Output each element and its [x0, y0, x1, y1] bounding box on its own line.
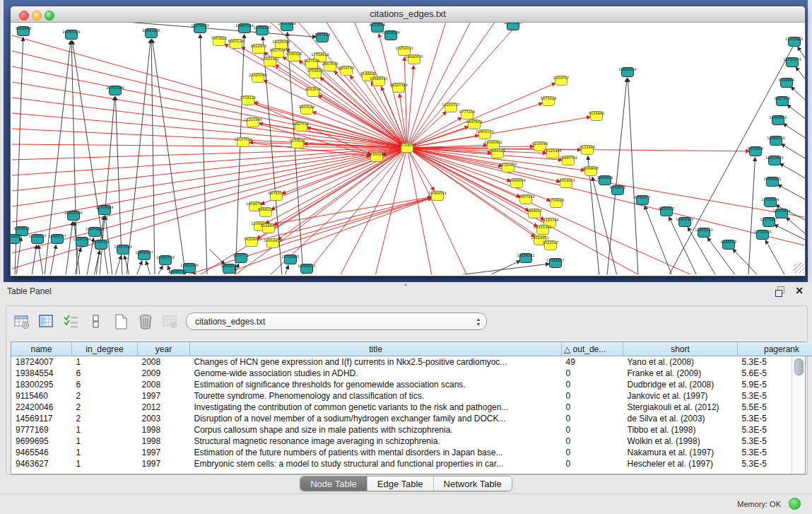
citation-edge-red[interactable]	[404, 57, 407, 148]
graph-node-14138141[interactable]: 14138141	[517, 253, 534, 263]
graph-node-20053346[interactable]: 20053346	[106, 86, 124, 95]
table-cell[interactable]: Stergiakouli et al. (2012)	[623, 402, 738, 413]
citation-edge-black[interactable]	[787, 105, 805, 119]
graph-node-7625402[interactable]: 7625402	[244, 237, 259, 247]
table-cell[interactable]: Jankovic et al. (1997)	[623, 390, 738, 402]
table-cell[interactable]: 9699695	[11, 436, 72, 447]
table-cell[interactable]: 2	[72, 402, 138, 413]
table-cell[interactable]: 9777169	[11, 424, 72, 436]
graph-node-8960128[interactable]: 8960128	[228, 39, 244, 49]
table-scrollbar-thumb[interactable]	[794, 358, 804, 375]
citation-edge-red[interactable]	[260, 197, 431, 226]
graph-node-8186328[interactable]: 8186328	[286, 52, 302, 62]
graph-node-9227343[interactable]: 9227343	[775, 96, 790, 106]
citation-edge-red[interactable]	[407, 66, 413, 148]
table-cell[interactable]: 18724007	[11, 356, 72, 368]
citation-edge-black[interactable]	[38, 245, 43, 274]
graph-node-11545194[interactable]: 11545194	[73, 237, 90, 247]
table-row[interactable]: 1830029562008Estimation of significance …	[11, 379, 812, 390]
table-cell[interactable]: Investigating the contribution of common…	[190, 402, 562, 413]
graph-node-16543382[interactable]: 16543382	[261, 57, 278, 66]
citation-edge-black[interactable]	[235, 35, 245, 274]
table-cell[interactable]: 0	[562, 436, 623, 447]
citation-edge-black[interactable]	[152, 40, 186, 274]
citation-edge-black[interactable]	[792, 87, 805, 101]
table-cell[interactable]: 2	[72, 390, 138, 402]
graph-node-12213349[interactable]: 12213349	[244, 117, 261, 127]
graph-node-18300295[interactable]: 18300295	[367, 152, 385, 162]
column-header-out_de[interactable]: △ out_de...	[562, 342, 623, 356]
citation-edge-red[interactable]	[407, 148, 544, 220]
graph-node-17016504[interactable]: 17016504	[761, 197, 779, 207]
citation-edge-red[interactable]	[184, 198, 431, 274]
table-cell[interactable]: 1	[72, 458, 138, 469]
citation-edge-red[interactable]	[12, 66, 407, 148]
table-cell[interactable]: Wolkin et al. (1998)	[623, 436, 738, 447]
tab-edge-table[interactable]: Edge Table	[367, 477, 434, 491]
table-cell[interactable]: Genome-wide association studies in ADHD.	[190, 368, 562, 379]
table-cell[interactable]: 1998	[138, 424, 190, 436]
select-columns-button[interactable]	[60, 312, 82, 334]
graph-node-9329966[interactable]: 9329966	[779, 78, 794, 88]
table-cell[interactable]: 1997	[138, 390, 190, 402]
graph-node-10688609[interactable]: 10688609	[507, 178, 525, 188]
citation-edge-black[interactable]	[780, 164, 805, 179]
citation-edge-black[interactable]	[66, 222, 73, 274]
graph-node-16648784[interactable]: 16648784	[618, 67, 636, 77]
table-cell[interactable]: 9115460	[11, 390, 72, 402]
graph-node-11123421[interactable]: 11123421	[785, 37, 803, 47]
graph-node-16904321[interactable]: 16904321	[676, 217, 693, 227]
graph-node-24055724[interactable]: 24055724	[62, 30, 80, 40]
citation-edge-black[interactable]	[194, 273, 196, 274]
graph-node-16782759[interactable]: 16782759	[156, 255, 174, 265]
table-cell[interactable]: Embryonic stem cells: a model to study s…	[190, 458, 562, 469]
graph-node-18220343[interactable]: 18220343	[389, 83, 407, 93]
table-cell[interactable]: 0	[562, 402, 623, 413]
table-cell[interactable]: 0	[562, 413, 623, 424]
graph-node-9242844[interactable]: 9242844	[305, 87, 321, 97]
graph-node-6497804[interactable]: 6497804	[466, 119, 482, 129]
column-header-short[interactable]: short	[623, 342, 738, 356]
network-canvas[interactable]: 1872400716626892405572420691406152760231…	[11, 23, 805, 274]
graph-node-18151321[interactable]: 18151321	[534, 225, 551, 235]
graph-node-12342757[interactable]: 12342757	[48, 234, 66, 244]
table-cell[interactable]: 2008	[138, 356, 190, 368]
citation-edge-black[interactable]	[32, 245, 37, 274]
citation-edge-red[interactable]	[407, 23, 446, 148]
table-cell[interactable]: 1	[72, 424, 138, 436]
graph-node-2522547[interactable]: 2522547	[543, 240, 558, 250]
table-cell[interactable]: Estimation of significance thresholds fo…	[190, 379, 562, 390]
citation-edge-black[interactable]	[151, 40, 155, 274]
citation-edge-black[interactable]	[285, 266, 288, 274]
graph-node-7986322[interactable]: 7986322	[490, 148, 505, 158]
citation-edge-black[interactable]	[158, 266, 163, 274]
table-cell[interactable]: 6	[72, 379, 138, 390]
table-cell[interactable]: 1997	[138, 458, 190, 469]
graph-node-15751074[interactable]: 15751074	[783, 57, 801, 67]
graph-node-1662689[interactable]: 1662689	[16, 26, 31, 36]
graph-node-10053287[interactable]: 10053287	[253, 25, 271, 35]
graph-node-20049717[interactable]: 20049717	[168, 269, 186, 274]
citation-edge-red[interactable]	[12, 148, 407, 253]
graph-node-2718120[interactable]: 2718120	[240, 95, 256, 105]
table-cell[interactable]: Dudbridge et al. (2008)	[623, 379, 738, 390]
row-height-button[interactable]	[85, 312, 107, 334]
table-cell[interactable]: 2003	[138, 413, 190, 424]
graph-node-8938475[interactable]: 8938475	[610, 185, 625, 195]
table-row[interactable]: 2242004622012Investigating the contribut…	[11, 402, 812, 413]
tab-network-table[interactable]: Network Table	[434, 477, 512, 491]
table-cell[interactable]: 9463627	[11, 458, 72, 469]
graph-node-3919087[interactable]: 3919087	[11, 234, 21, 244]
graph-node-18937194[interactable]: 18937194	[235, 23, 253, 33]
graph-node-17359924[interactable]: 17359924	[95, 205, 113, 215]
table-cell[interactable]: Yano et al. (2008)	[623, 356, 738, 368]
graph-node-12505135[interactable]: 12505135	[92, 240, 110, 250]
table-cell[interactable]: Changes of HCN gene expression and I(f) …	[190, 356, 562, 368]
citation-edge-black[interactable]	[733, 250, 758, 274]
citation-edge-black[interactable]	[782, 144, 805, 159]
citation-edge-black[interactable]	[748, 158, 755, 274]
column-header-in_degree[interactable]: in_degree	[72, 342, 138, 356]
new-table-button[interactable]	[110, 312, 131, 334]
graph-node-8878354[interactable]: 8878354	[269, 191, 284, 201]
graph-node-1954767[interactable]: 1954767	[553, 76, 569, 86]
